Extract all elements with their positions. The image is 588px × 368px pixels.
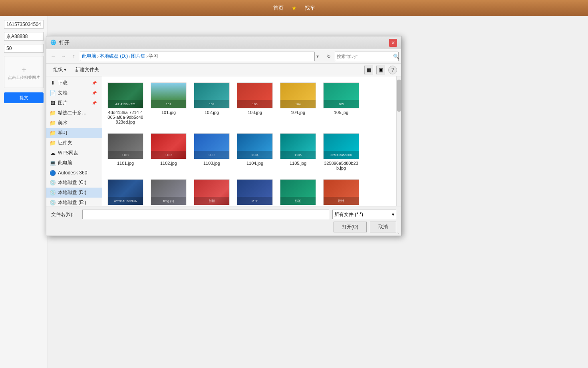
file-item-12[interactable]: oYYBAFbcVIuAoYYBAFbcVIuACip6AAA9MoE9L0Y4… — [105, 176, 145, 206]
open-button[interactable]: 打开(O) — [334, 222, 367, 232]
nav-item-2[interactable]: 🖼图片📌 — [46, 98, 102, 108]
nav-item-1[interactable]: 📄文档📌 — [46, 88, 102, 98]
file-item-3[interactable]: 103103.jpg — [235, 80, 275, 127]
nav-label-8: 此电脑 — [58, 160, 90, 166]
nav-item-6[interactable]: 📁证件夹 — [46, 138, 102, 148]
file-thumb-0: 4dd4136a-721 — [107, 82, 143, 108]
file-name-11: 325896a5d80b23b.jpg — [323, 161, 359, 170]
file-thumb-9: 1104 — [237, 133, 273, 159]
nav-item-3[interactable]: 📁精选二十多部高... — [46, 108, 102, 118]
file-item-0[interactable]: 4dd4136a-7214dd4136a-7214-4065-af8a-9db5… — [105, 80, 145, 127]
file-item-9[interactable]: 11041104.jpg — [235, 130, 275, 173]
file-item-11[interactable]: 325896a5d80b325896a5d80b23b.jpg — [321, 130, 361, 173]
view-icon-button[interactable]: ▦ — [364, 66, 373, 74]
nav-icon-5: 📁 — [50, 130, 56, 136]
search-icon[interactable]: 🔍 — [393, 54, 399, 59]
nav-label-2: 图片 — [58, 100, 90, 106]
file-name-3: 103.jpg — [248, 110, 262, 115]
home-link[interactable]: 首页 — [273, 4, 284, 12]
file-item-17[interactable]: 设计设计.jpg — [321, 176, 361, 206]
nav-item-12[interactable]: 💿本地磁盘 (E:) — [46, 198, 102, 206]
file-item-5[interactable]: 105105.jpg — [321, 80, 361, 127]
file-item-1[interactable]: 101101.jpg — [149, 80, 189, 127]
breadcrumb-pc[interactable]: 此电脑 — [82, 53, 96, 60]
nav-item-4[interactable]: 📁美术 — [46, 118, 102, 128]
breadcrumb-d[interactable]: 本地磁盘 (D:) — [99, 53, 128, 60]
dialog-body: ⬇下载📌📄文档📌🖼图片📌📁精选二十多部高...📁美术📁学习📁证件夹☁WPS网盘💻… — [46, 76, 401, 206]
nav-label-1: 文档 — [58, 90, 90, 96]
nav-pin-1: 📌 — [92, 91, 97, 95]
nav-label-4: 美术 — [58, 120, 90, 126]
nav-pin-0: 📌 — [92, 81, 97, 85]
nav-item-7[interactable]: ☁WPS网盘 — [46, 148, 102, 158]
file-item-4[interactable]: 104104.jpg — [278, 80, 318, 127]
file-thumb-1: 101 — [151, 82, 187, 108]
cancel-button[interactable]: 取消 — [370, 222, 396, 232]
file-name-6: 1101.jpg — [117, 161, 134, 166]
file-grid: 4dd4136a-7214dd4136a-7214-4065-af8a-9db5… — [105, 80, 398, 206]
filename-row: 文件名(N): 所有文件 (*.*) ▾ — [51, 210, 396, 219]
nav-label-9: Autodesk 360 — [58, 170, 90, 176]
nav-icon-11: 💿 — [50, 190, 56, 196]
nav-item-0[interactable]: ⬇下载📌 — [46, 78, 102, 88]
plus-icon: ＋ — [20, 64, 28, 75]
upload-area[interactable]: ＋ 点击上传相关图片 — [4, 56, 44, 88]
nav-item-10[interactable]: 💿本地磁盘 (C:) — [46, 178, 102, 188]
submit-btn[interactable]: 提文 — [4, 92, 44, 103]
nav-item-8[interactable]: 💻此电脑 — [46, 158, 102, 168]
dialog-bottom: 文件名(N): 所有文件 (*.*) ▾ 打开(O) 取消 — [46, 206, 401, 236]
file-open-dialog: 🌐 打开 ✕ ← → ↑ 此电脑 › 本地磁盘 (D:) › 图片集 › 学习 … — [46, 36, 401, 236]
number-field[interactable]: 50 — [4, 44, 44, 53]
search-input[interactable] — [337, 54, 392, 59]
file-thumb-4: 104 — [280, 82, 316, 108]
nav-items-container: ⬇下载📌📄文档📌🖼图片📌📁精选二十多部高...📁美术📁学习📁证件夹☁WPS网盘💻… — [46, 78, 102, 206]
refresh-button[interactable]: ↻ — [324, 52, 333, 61]
phone-field[interactable]: 1615735034504 — [4, 20, 44, 29]
file-thumb-6: 1101 — [107, 133, 143, 159]
up-button[interactable]: ↑ — [70, 52, 78, 61]
file-item-13[interactable]: timg (1)timg (1).jpg — [149, 176, 189, 206]
file-item-6[interactable]: 11011101.jpg — [105, 130, 145, 173]
filetype-label: 所有文件 (*.*) — [334, 211, 363, 218]
file-item-14[interactable]: 创新创新.jpg — [192, 176, 232, 206]
browse-link[interactable]: 找车 — [305, 4, 315, 12]
help-button[interactable]: ? — [388, 66, 397, 74]
filetype-select[interactable]: 所有文件 (*.*) ▾ — [332, 210, 396, 219]
address-bar[interactable]: 此电脑 › 本地磁盘 (D:) › 图片集 › 学习 — [80, 52, 315, 61]
nav-icon-9: 🔵 — [50, 170, 56, 176]
dialog-close-button[interactable]: ✕ — [389, 39, 397, 47]
breadcrumb-pics[interactable]: 图片集 — [131, 53, 145, 60]
file-item-2[interactable]: 102102.jpg — [192, 80, 232, 127]
pane-icon-button[interactable]: ▣ — [376, 66, 385, 74]
file-thumb-12: oYYBAFbcVIuA — [107, 179, 143, 205]
organize-button[interactable]: 组织 ▾ — [50, 65, 69, 74]
nav-icon-2: 🖼 — [50, 100, 56, 106]
file-thumb-10: 1105 — [280, 133, 316, 159]
file-item-7[interactable]: 11021102.jpg — [149, 130, 189, 173]
nav-item-11[interactable]: 💿本地磁盘 (D:) — [46, 188, 102, 198]
filetype-dropdown-icon: ▾ — [392, 212, 394, 217]
vertical-scrollbar[interactable] — [396, 76, 401, 206]
filename-input[interactable] — [82, 210, 329, 219]
resize-handle[interactable]: ⋱ — [396, 231, 401, 236]
nav-label-12: 本地磁盘 (E:) — [58, 199, 90, 206]
new-folder-button[interactable]: 新建文件夹 — [72, 65, 102, 74]
scrollbar-thumb[interactable] — [397, 80, 401, 112]
nav-icon-3: 📁 — [50, 110, 56, 116]
file-thumb-3: 103 — [237, 82, 273, 108]
chrome-icon: 🌐 — [50, 40, 57, 46]
file-item-16[interactable]: 标签标签.jpg — [278, 176, 318, 206]
address-dropdown-btn[interactable]: ▾ — [316, 54, 323, 59]
dialog-nav-toolbar: ← → ↑ 此电脑 › 本地磁盘 (D:) › 图片集 › 学习 ▾ ↻ 🔍 — [46, 49, 401, 64]
file-thumb-17: 设计 — [323, 179, 359, 205]
file-item-10[interactable]: 11051105.jpg — [278, 130, 318, 173]
nav-item-5[interactable]: 📁学习 — [46, 128, 102, 138]
file-item-15[interactable]: MTPMTP.jpg — [235, 176, 275, 206]
forward-button[interactable]: → — [59, 52, 68, 61]
plate-field[interactable]: 京A88888 — [4, 32, 44, 41]
file-name-5: 105.jpg — [334, 110, 348, 115]
file-item-8[interactable]: 11031103.jpg — [192, 130, 232, 173]
back-button[interactable]: ← — [49, 52, 58, 61]
file-name-8: 1103.jpg — [203, 161, 220, 166]
nav-item-9[interactable]: 🔵Autodesk 360 — [46, 168, 102, 178]
